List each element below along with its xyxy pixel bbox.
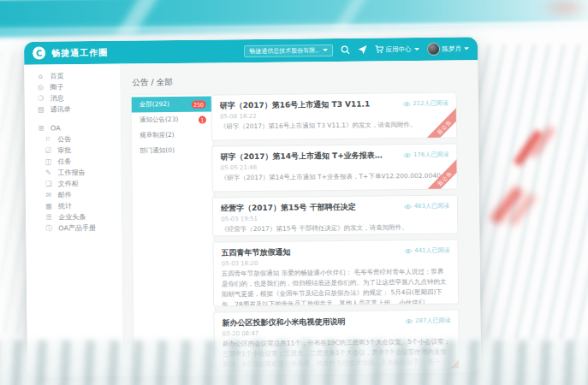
chat-icon: ❍ — [37, 95, 45, 103]
chevron-down-icon — [464, 47, 469, 50]
red-smear — [508, 193, 536, 226]
eye-icon — [402, 101, 410, 107]
sidebar-item-label: 圈子 — [50, 82, 63, 92]
app-center-label: 应用中心 — [386, 45, 412, 54]
category-all[interactable]: 全部(292) 250 — [132, 96, 212, 112]
announcement-excerpt: 《经营字（2017）第15号 干部聘任决定》的发文，请查阅附件。 — [221, 222, 449, 235]
category-notices[interactable]: 通知公告(23) 1 — [132, 111, 212, 127]
left-gray-streaks — [0, 51, 26, 334]
envelope-icon: ✉ — [45, 191, 53, 198]
red-smear — [530, 127, 555, 158]
main-content: 公告 / 全部 全部(292) 250 通知公告(23) 1 规章制度(2) 部… — [121, 60, 481, 376]
flag-icon: ⚐ — [44, 135, 52, 143]
page-background: C 畅捷通工作圈 畅捷通信息技术股份有限.. 应用中心 — [0, 0, 588, 385]
category-department[interactable]: 部门通知(0) — [132, 142, 212, 158]
top-teal-streak — [0, 0, 588, 29]
sidebar-item-label: 首页 — [50, 71, 63, 80]
announcement-card[interactable]: 研字（2017）第14号上市通知 T+业务报表，T+下单 05-05 21:46… — [211, 143, 458, 192]
sidebar-item-label: 企业头条 — [58, 212, 86, 222]
top-white-slash — [115, 0, 160, 36]
announcement-card[interactable]: 经营字（2017）第15号 干部聘任决定 05-03 19:51 《经营字（20… — [212, 194, 458, 236]
avatar — [426, 43, 439, 56]
home-icon: ⌂ — [36, 73, 45, 80]
category-panel: 全部(292) 250 通知公告(23) 1 规章制度(2) 部门通知(0) — [132, 94, 215, 376]
category-label: 通知公告(23) — [140, 116, 179, 124]
announcement-excerpt: 新办公区的会议室总共11个，分布在19C的三层南3个大会议室、5个小会议室；三层… — [223, 337, 451, 372]
sidebar-item-approvals[interactable]: ☑审批 — [25, 145, 121, 157]
top-white-slash-2 — [329, 0, 369, 36]
user-menu[interactable]: 陈梦月 — [426, 42, 469, 56]
sidebar-item-messages[interactable]: ❍消息 — [25, 92, 121, 104]
app-title: 畅捷通工作圈 — [51, 46, 108, 59]
announcement-list: 研字（2017）第16号上市通知 T3 V11.1 05-08 16:22 《研… — [211, 92, 460, 376]
grid-icon: ⊞ — [37, 125, 45, 133]
send-icon[interactable] — [358, 45, 367, 55]
sidebar-item-announcements[interactable]: ⚐公告 — [25, 133, 121, 145]
announcement-card[interactable]: 研字（2017）第16号上市通知 T3 V11.1 05-08 16:22 《研… — [211, 92, 458, 140]
category-rules[interactable]: 规章制度(2) — [132, 127, 212, 143]
read-count: 463人已阅读 — [404, 202, 449, 211]
announcement-card[interactable]: 新办公区投影仪和小米电视使用说明 03-20 08:47 新办公区的会议室总共1… — [213, 309, 460, 371]
chevron-down-icon — [323, 49, 328, 51]
sidebar-item-label: 任务 — [57, 157, 71, 166]
sidebar-item-circles[interactable]: ◎圈子 — [24, 81, 120, 93]
sidebar-item-mail[interactable]: ✉邮件 — [26, 189, 122, 201]
folder-icon: ❏ — [45, 180, 53, 187]
read-count: 287人已阅读 — [405, 317, 450, 326]
category-label: 全部(292) — [140, 100, 169, 109]
sidebar: ⌂首页 ◎圈子 ❍消息 ▤通讯录 ⊞OA ⚐公告 ☑审批 ◫任务 ✎工作报告 ❏… — [24, 64, 124, 377]
top-teal-streak-2 — [0, 16, 588, 38]
sidebar-item-label: 通讯录 — [50, 104, 71, 114]
news-icon: ☰ — [45, 213, 53, 221]
sidebar-item-label: 工作报告 — [58, 168, 86, 177]
sidebar-item-label: 文件柜 — [58, 179, 79, 188]
search-icon[interactable] — [341, 45, 350, 55]
eye-icon — [404, 204, 412, 210]
eye-icon — [403, 152, 411, 158]
sidebar-item-label: 消息 — [50, 93, 64, 103]
sidebar-item-statistics[interactable]: ▦统计 — [26, 200, 122, 212]
header-right-group: 畅捷通信息技术股份有限.. 应用中心 — [244, 42, 469, 57]
user-name: 陈梦月 — [442, 44, 462, 53]
info-icon: ⓘ — [45, 223, 53, 233]
pencil-icon: ✎ — [45, 169, 53, 176]
app-logo-icon: C — [33, 47, 45, 60]
circle-icon: ◎ — [36, 84, 45, 92]
category-label: 部门通知(0) — [140, 146, 175, 155]
sidebar-item-oa-manual[interactable]: ⓘOA产品手册 — [26, 222, 122, 234]
sidebar-item-label: OA产品手册 — [58, 223, 96, 233]
sidebar-item-headlines[interactable]: ☰企业头条 — [26, 211, 122, 223]
sidebar-item-home[interactable]: ⌂首页 — [24, 70, 120, 82]
read-count: 441人已阅读 — [404, 246, 449, 256]
unread-badge: 250 — [191, 100, 206, 108]
announcement-date: 05-05 21:46 — [220, 163, 448, 172]
sidebar-item-label: 审批 — [57, 145, 71, 155]
unread-badge: 1 — [199, 116, 206, 123]
red-smear — [514, 129, 543, 166]
eye-icon — [405, 318, 413, 324]
right-gray-streaks — [472, 44, 588, 340]
sidebar-item-tasks[interactable]: ◫任务 — [25, 156, 121, 168]
sidebar-item-work-report[interactable]: ✎工作报告 — [26, 167, 122, 179]
chevron-down-icon — [414, 48, 419, 50]
announcement-excerpt: 《研字（2017）第14号上市通知 T+业务报表，T+下单V12.200.002… — [221, 171, 449, 184]
sidebar-item-label: 统计 — [58, 201, 72, 210]
app-window: C 畅捷通工作圈 畅捷通信息技术股份有限.. 应用中心 — [24, 37, 481, 377]
sidebar-section-oa[interactable]: ⊞OA — [25, 122, 121, 134]
app-center-menu[interactable]: 应用中心 — [375, 44, 419, 55]
announcement-card[interactable]: 五四青年节放假通知 05-03 16:20 五四青年节放假通知 亲爱的畅捷通小伙… — [212, 239, 459, 306]
sidebar-item-file-cabinet[interactable]: ❏文件柜 — [26, 178, 122, 190]
sidebar-item-label: 邮件 — [58, 190, 72, 199]
breadcrumb: 公告 / 全部 — [132, 77, 172, 88]
sidebar-section-label: OA — [50, 124, 61, 132]
announcement-excerpt: 《研字（2017）第16号上市通知 T3 V11.1》的发文，请查阅附件。 — [220, 120, 448, 133]
sidebar-item-contacts[interactable]: ▤通讯录 — [25, 104, 121, 116]
read-count: 212人已阅读 — [402, 99, 448, 109]
announcement-date: 05-03 19:51 — [221, 214, 449, 223]
eye-icon — [404, 248, 412, 254]
company-select-label: 畅捷通信息技术股份有限.. — [249, 46, 319, 56]
chart-icon: ▦ — [45, 202, 53, 210]
announcement-excerpt: 五四青年节放假通知 亲爱的畅捷通小伙伴们： 毛爷爷曾经对青年人说过：世界是你们的… — [222, 267, 450, 307]
announcement-date: 05-03 16:20 — [222, 258, 450, 268]
company-select[interactable]: 畅捷通信息技术股份有限.. — [244, 44, 333, 57]
